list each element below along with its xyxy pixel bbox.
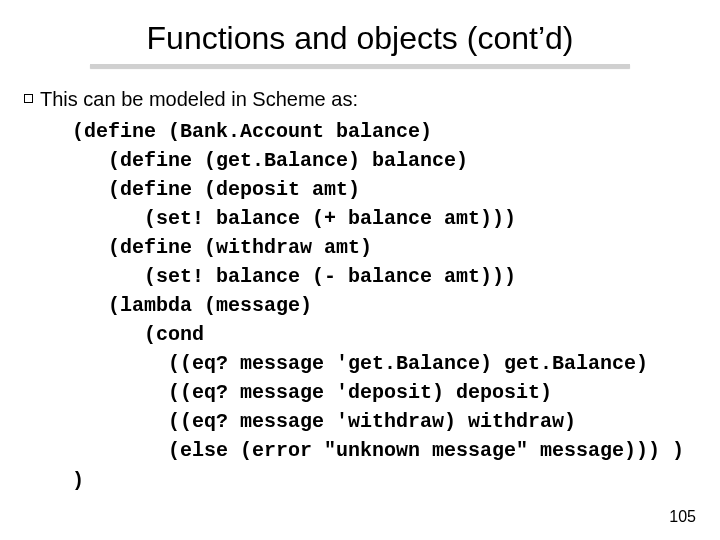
slide-title: Functions and objects (cont’d) <box>0 20 720 57</box>
title-underline <box>90 64 630 68</box>
code-block: (define (Bank.Account balance) (define (… <box>72 117 696 465</box>
square-bullet-icon <box>24 94 33 103</box>
closing-paren: ) <box>72 469 696 492</box>
slide: Functions and objects (cont’d) This can … <box>0 0 720 540</box>
slide-body: This can be modeled in Scheme as: (defin… <box>24 88 696 492</box>
lead-line: This can be modeled in Scheme as: <box>40 88 696 111</box>
lead-text: This can be modeled in Scheme as: <box>40 88 358 110</box>
page-number: 105 <box>669 508 696 526</box>
